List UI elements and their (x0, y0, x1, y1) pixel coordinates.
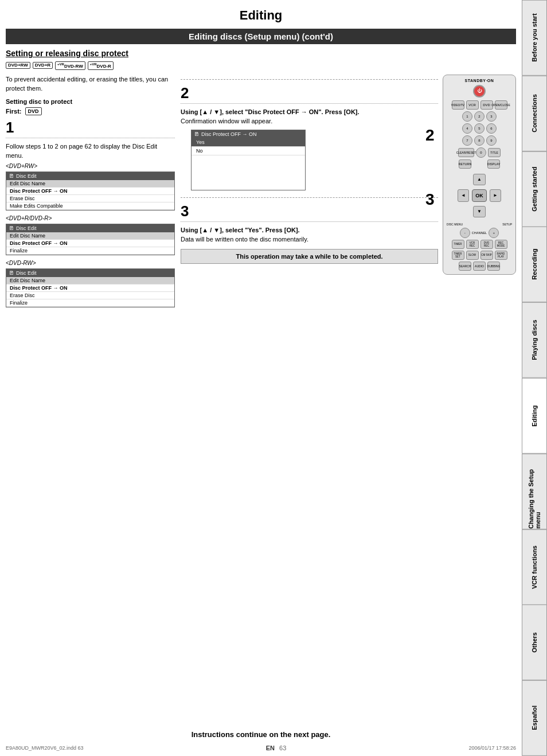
remote-control: STANDBY·ON ⏻ VIDEO/TV VCR DVD OPEN/CLOSE… (443, 75, 516, 275)
btn-3[interactable]: 3 (486, 111, 497, 122)
main-content: Editing Editing discs (Setup menu) (cont… (0, 0, 522, 756)
standby-button[interactable]: ⏻ (473, 85, 486, 98)
btn-8[interactable]: 8 (474, 135, 485, 146)
step-2-subtext: Confirmation window will appear. (181, 116, 438, 126)
body-text: To prevent accidental editing, or erasin… (6, 75, 175, 93)
vcr-btn[interactable]: VCR (466, 100, 479, 110)
ok-btn[interactable]: OK (472, 189, 487, 202)
nav-down-btn[interactable]: ▼ (473, 206, 486, 217)
btn-2[interactable]: 2 (474, 111, 485, 122)
screen-dvdplusr-row-2: Finalize (6, 247, 174, 255)
return-display-row: RETURN DISPLAY (446, 159, 513, 169)
timer-btn[interactable]: TIMER (452, 240, 464, 249)
audio-btn[interactable]: AUDIO (473, 262, 486, 271)
standby-label: STANDBY·ON (465, 79, 494, 83)
screen-dvdplusrw-row-1: Disc Protect OFF → ON (6, 188, 174, 195)
page-num-area: EN 63 (266, 745, 287, 751)
continue-text: Instructions continue on the next page. (0, 730, 522, 739)
screen-dvdrw: 🖹 Disc Edit Edit Disc Name Disc Protect … (6, 268, 175, 307)
sidebar-tab-others[interactable]: Others (522, 605, 547, 680)
nav-right-btn[interactable]: ► (490, 189, 501, 202)
sub-dvdplusrw-label: <DVD+RW> (6, 163, 175, 169)
dvd-plusrw-icon: DVD+RW (6, 62, 30, 69)
screen-dvdrw-row-0: Edit Disc Name (6, 277, 174, 285)
sidebar-tab-before-you-start[interactable]: Before you start (522, 0, 547, 76)
transport-row-2: TIMER SET SLOW CM SKIP RAPID PLAY (446, 251, 513, 260)
open-close-btn[interactable]: OPEN/CLOSE (495, 100, 507, 110)
channel-minus-btn[interactable]: - (460, 228, 470, 238)
screen-dvdrw-header: 🖹 Disc Edit (6, 269, 174, 277)
page-number: 63 (279, 745, 286, 751)
sidebar-tab-connections[interactable]: Connections (522, 76, 547, 151)
divider-1 (181, 79, 438, 80)
sidebar-tab-editing[interactable]: Editing (522, 378, 547, 454)
channel-plus-btn[interactable]: + (489, 228, 499, 238)
btn-6[interactable]: 6 (486, 123, 497, 134)
setting-label: Setting disc to protect (6, 98, 175, 105)
col-right-top: 2 Using [▲ / ▼], select "Disc Protect OF… (181, 75, 516, 275)
video-tv-btn[interactable]: VIDEO/TV (452, 100, 464, 110)
vcr-rec-btn[interactable]: VCR REC (466, 240, 479, 249)
screen-dvdplusrw-row-2: Erase Disc (6, 195, 174, 202)
btn-7[interactable]: 7 (462, 135, 472, 146)
timer-set-btn[interactable]: TIMER SET (452, 251, 464, 260)
rec-mode-btn[interactable]: REC MODE (495, 240, 507, 249)
confirm-screen: 🖹 Disc Protect OFF → ON Yes No (191, 130, 306, 190)
step-1-text: Follow steps 1 to 2 on page 62 to displa… (6, 142, 175, 161)
step-2-text: Using [▲ / ▼], select "Disc Protect OFF … (181, 107, 438, 117)
screen-dvdplusrw: 🖹 Disc Edit Edit Disc Name Disc Protect … (6, 172, 175, 211)
display-btn[interactable]: DISPLAY (487, 159, 500, 169)
step-3-right-num: 3 (425, 190, 435, 209)
screen-dvdplusr-row-1: Disc Protect OFF → ON (6, 240, 174, 247)
two-col-layout: To prevent accidental editing, or erasin… (6, 75, 516, 314)
cm-skip-btn[interactable]: CM SKIP (480, 251, 493, 260)
col-left: To prevent accidental editing, or erasin… (6, 75, 175, 314)
nav-up-btn[interactable]: ▲ (473, 174, 486, 185)
transport-row-1: TIMER VCR REC DVD REC REC MODE (446, 240, 513, 249)
top-buttons-row: VIDEO/TV VCR DVD OPEN/CLOSE (446, 100, 513, 110)
sidebar-tab-playing-discs[interactable]: Playing discs (522, 302, 547, 378)
dvd-rec-btn[interactable]: DVD REC (480, 240, 493, 249)
return-btn[interactable]: RETURN (459, 159, 471, 169)
instructions-col: 2 Using [▲ / ▼], select "Disc Protect OF… (181, 75, 438, 275)
btn-1[interactable]: 1 (462, 111, 472, 122)
sidebar-tab-espanol[interactable]: Español (522, 680, 547, 756)
sidebar: Before you start Connections Getting sta… (522, 0, 547, 756)
sidebar-tab-vcr-functions[interactable]: VCR functions (522, 529, 547, 605)
channel-label: CHANNEL (472, 231, 487, 235)
dvd-btn[interactable]: DVD (480, 100, 493, 110)
btn-4[interactable]: 4 (462, 123, 472, 134)
btn-9[interactable]: 9 (486, 135, 497, 146)
sidebar-tab-getting-started[interactable]: Getting started (522, 151, 547, 227)
page-title: Editing (6, 6, 516, 25)
dvd-plusvr-rw-icon: +VRDVD-RW (55, 61, 85, 70)
screen-dvdplusrw-header: 🖹 Disc Edit (6, 172, 174, 180)
screen-dvdrw-row-3: Finalize (6, 299, 174, 307)
rapid-play-btn[interactable]: RAPID PLAY (495, 251, 507, 260)
step-3-number: 3 (181, 202, 438, 222)
first-dvd-icon: DVD (25, 107, 42, 115)
clear-reset-btn[interactable]: CLEAR/RESET (458, 148, 474, 157)
en-label: EN (266, 745, 275, 751)
title-btn[interactable]: TITLE (488, 148, 501, 157)
disc-icons-row: DVD+RW DVD+R +VRDVD-RW +VRDVD-R (6, 61, 516, 70)
slow-btn[interactable]: SLOW (466, 251, 479, 260)
confirm-row-no: No (192, 147, 305, 155)
step-3-text: Using [▲ / ▼], select "Yes". Press [OK]. (181, 225, 438, 235)
channel-row: - CHANNEL + (446, 228, 513, 238)
btn-5[interactable]: 5 (474, 123, 485, 134)
num-row-1: 1 2 3 (446, 111, 513, 122)
dubbing-btn[interactable]: DUBBING (487, 262, 500, 271)
search-btn[interactable]: SEARCH (459, 262, 471, 271)
sidebar-tab-changing-setup[interactable]: Changing the Setup menu (522, 454, 547, 529)
dvd-plusr-icon: DVD+R (33, 62, 53, 69)
nav-left-btn[interactable]: ◄ (458, 189, 469, 202)
confirm-header: 🖹 Disc Protect OFF → ON (192, 130, 305, 138)
step-1-block: 1 Follow steps 1 to 2 on page 62 to disp… (6, 119, 175, 307)
disc-setup-row: DISC MENU SETUP (446, 223, 513, 226)
step-2-block: 2 Using [▲ / ▼], select "Disc Protect OF… (181, 84, 438, 190)
dvd-plusvr-r-icon: +VRDVD-R (88, 61, 114, 70)
nav-cluster: ▲ ▼ ◄ ► OK (456, 173, 502, 219)
sidebar-tab-recording[interactable]: Recording (522, 227, 547, 302)
btn-0[interactable]: 0 (476, 147, 486, 158)
